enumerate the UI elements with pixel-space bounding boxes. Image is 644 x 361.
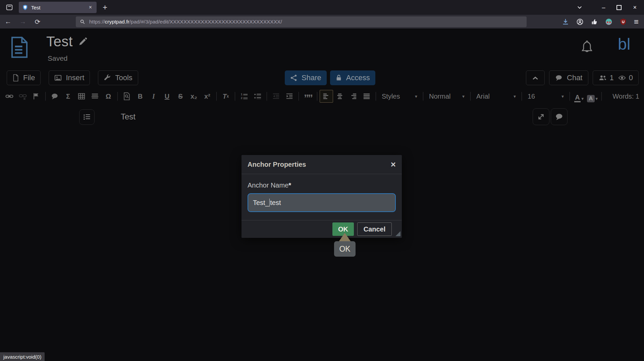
file-icon [12, 74, 19, 82]
align-right-icon[interactable] [346, 90, 360, 103]
formatting-toolbar: Σ Ω B I U S x₂ x² Tx 12 ”” [3, 89, 641, 103]
table-icon[interactable] [75, 90, 88, 103]
browser-nav-bar: ← → ⟳ https://cryptpad.fr/pad/#/3/pad/ed… [0, 15, 644, 29]
underline-icon[interactable]: U [160, 90, 174, 103]
reload-button[interactable]: ⟳ [32, 18, 44, 26]
file-menu-button[interactable]: File [7, 70, 41, 85]
word-count: Words: 1 [612, 93, 639, 100]
fullscreen-button[interactable] [533, 108, 549, 125]
preview-icon[interactable] [120, 90, 133, 103]
italic-icon[interactable]: I [147, 90, 160, 103]
search-icon [80, 19, 85, 24]
menu-icon[interactable]: ≡ [634, 18, 639, 26]
font-name-dropdown[interactable]: Arial▾ [473, 90, 519, 103]
share-icon [290, 74, 298, 82]
anchor-name-input[interactable]: Test_test [248, 193, 396, 212]
chat-button[interactable]: Chat [549, 70, 588, 85]
bold-icon[interactable]: B [133, 90, 147, 103]
dialog-footer: OK Cancel [241, 220, 402, 238]
url-protocol: https:// [89, 19, 105, 25]
wrench-icon [104, 74, 111, 82]
url-host: cryptpad.fr [105, 19, 129, 25]
strikethrough-icon[interactable]: S [174, 90, 187, 103]
browser-tab[interactable]: Test × [19, 2, 97, 13]
extension-mask-icon[interactable] [605, 18, 612, 25]
link-icon[interactable] [3, 90, 16, 103]
justify-icon[interactable] [360, 90, 373, 103]
outdent-icon[interactable] [269, 90, 283, 103]
list-tabs-chevron-icon[interactable] [577, 5, 582, 10]
ublock-icon[interactable] [620, 18, 627, 25]
screen: Test × + – × ← → ⟳ https://cryptpad.fr/p… [0, 0, 644, 361]
remove-format-icon[interactable]: Tx [219, 90, 232, 103]
forward-button[interactable]: → [17, 18, 29, 25]
comment-icon[interactable] [48, 90, 61, 103]
account-icon[interactable] [576, 18, 584, 25]
url-bar[interactable]: https://cryptpad.fr/pad/#/3/pad/edit/XXX… [76, 16, 527, 27]
browser-status-bar: javascript:void(0) [0, 352, 45, 361]
comment-bubble-icon [555, 113, 564, 121]
access-button[interactable]: Access [330, 70, 375, 85]
tooltip-label: OK [334, 241, 356, 257]
anchor-flag-icon[interactable] [30, 90, 43, 103]
window-maximize-button[interactable] [616, 5, 622, 10]
comments-panel-button[interactable] [551, 108, 568, 125]
superscript-icon[interactable]: x² [201, 90, 214, 103]
dialog-resize-handle[interactable] [395, 231, 400, 236]
anchor-properties-dialog: Anchor Properties × Anchor Name* Test_te… [241, 155, 402, 238]
notifications-bell-icon[interactable] [580, 40, 594, 54]
dialog-body: Anchor Name* Test_test [241, 174, 402, 220]
subscript-icon[interactable]: x₂ [187, 90, 201, 103]
document-type-icon [9, 36, 30, 58]
dialog-close-icon[interactable]: × [391, 160, 396, 169]
window-minimize-button[interactable]: – [602, 4, 605, 10]
presence-counts-button[interactable]: 1 0 [593, 70, 639, 85]
text-caret [269, 199, 270, 207]
downloads-icon[interactable] [562, 18, 569, 25]
viewers-count: 0 [629, 73, 633, 82]
horizontal-rule-icon[interactable] [88, 90, 102, 103]
chevron-down-icon: ▾ [514, 94, 516, 99]
unlink-icon[interactable] [16, 90, 30, 103]
ordered-list-icon[interactable]: 12 [237, 90, 251, 103]
chevron-down-icon: ▾ [596, 96, 598, 101]
document-title[interactable]: Test [46, 34, 73, 50]
background-color-button[interactable]: A▾ [586, 90, 599, 103]
back-button[interactable]: ← [2, 18, 14, 25]
unordered-list-icon[interactable] [251, 90, 264, 103]
share-button[interactable]: Share [285, 70, 327, 85]
chevron-down-icon: ▾ [561, 94, 564, 99]
rename-pencil-icon[interactable] [78, 37, 88, 46]
dialog-header[interactable]: Anchor Properties × [241, 155, 402, 174]
cryptpad-favicon-icon [22, 4, 28, 10]
cancel-button[interactable]: Cancel [357, 222, 392, 236]
insert-menu-button[interactable]: Insert [49, 70, 90, 85]
chevron-down-icon: ▾ [582, 96, 584, 101]
firefox-view-button[interactable] [3, 2, 15, 13]
styles-dropdown[interactable]: Styles▾ [378, 90, 421, 103]
firefox-view-icon [6, 4, 13, 11]
paragraph-format-dropdown[interactable]: Normal▾ [426, 90, 468, 103]
indent-icon[interactable] [283, 90, 296, 103]
align-left-icon[interactable] [320, 90, 333, 103]
document-title-row: Test [46, 34, 88, 50]
tab-close-icon[interactable]: × [88, 4, 93, 10]
font-size-dropdown[interactable]: 16▾ [524, 90, 567, 103]
chat-bubble-icon [555, 74, 563, 82]
window-controls: – × [577, 4, 637, 10]
chevron-down-icon: ▾ [415, 94, 417, 99]
align-center-icon[interactable] [333, 90, 346, 103]
tools-menu-button[interactable]: Tools [98, 70, 138, 85]
user-avatar-initials[interactable]: bl [618, 35, 630, 53]
window-close-button[interactable]: × [633, 4, 637, 10]
document-body-text[interactable]: Test [121, 112, 136, 121]
extension-icon[interactable] [591, 18, 598, 25]
text-color-button[interactable]: A▾ [572, 90, 586, 103]
outline-toggle-button[interactable] [79, 109, 95, 125]
ok-tooltip: OK [334, 233, 356, 257]
collapse-toolbar-button[interactable] [526, 70, 545, 85]
new-tab-button[interactable]: + [103, 3, 107, 11]
math-sigma-icon[interactable]: Σ [61, 90, 75, 103]
special-character-icon[interactable]: Ω [102, 90, 115, 103]
blockquote-icon[interactable]: ”” [301, 90, 315, 103]
